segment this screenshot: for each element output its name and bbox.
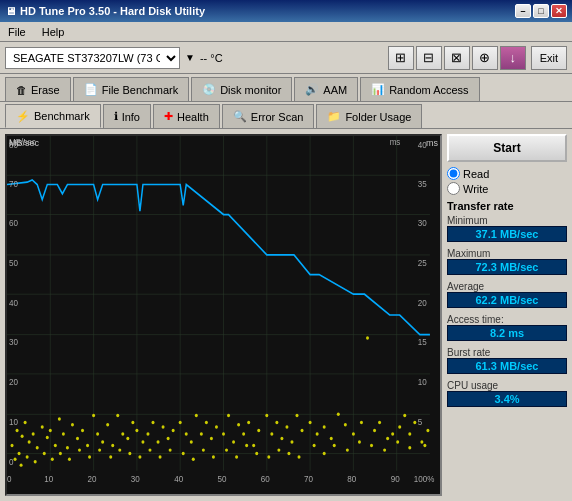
svg-point-37: [92, 414, 95, 417]
svg-point-28: [49, 429, 52, 432]
svg-text:90: 90: [391, 474, 400, 485]
svg-point-32: [66, 446, 69, 449]
right-panel: Start Read Write Transfer rate Minimum 3…: [447, 134, 567, 496]
tab-aam[interactable]: 🔊 AAM: [294, 77, 358, 101]
bottom-tab-bar: ⚡ Benchmark ℹ Info ✚ Health 🔍 Error Scan…: [0, 102, 572, 129]
svg-point-25: [36, 446, 39, 449]
tab-disk-monitor[interactable]: 💿 Disk monitor: [191, 77, 292, 101]
svg-point-125: [287, 452, 290, 455]
write-radio[interactable]: [447, 182, 460, 195]
svg-point-71: [270, 432, 273, 435]
tab-info[interactable]: ℹ Info: [103, 104, 151, 128]
svg-point-116: [192, 458, 195, 461]
svg-point-56: [190, 440, 193, 443]
transfer-rate-section: Transfer rate Minimum 37.1 MB/sec Maximu…: [447, 200, 567, 410]
svg-point-23: [28, 440, 31, 443]
svg-text:60: 60: [261, 474, 270, 485]
svg-point-119: [225, 448, 228, 451]
svg-point-61: [215, 425, 218, 428]
tab-health[interactable]: ✚ Health: [153, 104, 220, 128]
svg-point-102: [51, 458, 54, 461]
svg-point-47: [141, 440, 144, 443]
tab-benchmark[interactable]: ⚡ Benchmark: [5, 104, 101, 128]
chart-unit-left: MB/sec: [9, 138, 39, 148]
svg-point-112: [148, 448, 151, 451]
svg-point-122: [255, 452, 258, 455]
svg-point-97: [14, 458, 17, 461]
write-radio-label[interactable]: Write: [447, 182, 567, 195]
svg-point-76: [295, 414, 298, 417]
svg-point-65: [237, 423, 240, 426]
start-button[interactable]: Start: [447, 134, 567, 162]
svg-point-55: [185, 432, 188, 435]
tab-file-benchmark[interactable]: 📄 File Benchmark: [73, 77, 189, 101]
svg-point-89: [386, 437, 389, 440]
chart-area: MB/sec ms: [5, 134, 442, 496]
svg-point-78: [309, 421, 312, 424]
svg-text:50: 50: [9, 258, 18, 269]
svg-point-46: [135, 429, 138, 432]
toolbar-btn-5[interactable]: ↓: [500, 46, 526, 70]
disk-selector[interactable]: SEAGATE ST373207LW (73 GB): [5, 47, 180, 69]
svg-point-63: [227, 414, 230, 417]
svg-point-64: [232, 440, 235, 443]
svg-point-60: [210, 437, 213, 440]
menu-help[interactable]: Help: [39, 25, 68, 39]
average-block: Average 62.2 MB/sec: [447, 281, 567, 308]
svg-point-72: [275, 421, 278, 424]
svg-point-74: [285, 425, 288, 428]
svg-point-19: [16, 429, 19, 432]
average-value: 62.2 MB/sec: [447, 292, 567, 308]
svg-text:15: 15: [418, 336, 427, 347]
svg-point-42: [116, 414, 119, 417]
svg-point-136: [423, 444, 426, 447]
minimize-button[interactable]: –: [515, 4, 531, 18]
svg-point-100: [34, 460, 37, 463]
svg-point-54: [179, 421, 182, 424]
svg-point-95: [420, 440, 423, 443]
svg-point-106: [88, 455, 91, 458]
maximum-label: Maximum: [447, 248, 567, 259]
maximum-value: 72.3 MB/sec: [447, 259, 567, 275]
minimum-value: 37.1 MB/sec: [447, 226, 567, 242]
tab-erase[interactable]: 🗑 Erase: [5, 77, 71, 101]
aam-icon: 🔊: [305, 83, 319, 96]
burst-rate-label: Burst rate: [447, 347, 567, 358]
svg-point-96: [426, 429, 429, 432]
toolbar-btn-1[interactable]: ⊞: [388, 46, 414, 70]
svg-text:10: 10: [44, 474, 53, 485]
svg-point-101: [43, 452, 46, 455]
svg-point-70: [265, 414, 268, 417]
svg-text:35: 35: [418, 178, 427, 189]
menu-file[interactable]: File: [5, 25, 29, 39]
maximize-button[interactable]: □: [533, 4, 549, 18]
svg-point-131: [358, 440, 361, 443]
close-button[interactable]: ✕: [551, 4, 567, 18]
read-radio-label[interactable]: Read: [447, 167, 567, 180]
svg-point-130: [346, 448, 349, 451]
svg-point-21: [21, 435, 24, 438]
svg-point-86: [366, 336, 369, 339]
svg-point-30: [58, 417, 61, 420]
toolbar-btn-4[interactable]: ⊕: [472, 46, 498, 70]
main-content: MB/sec ms: [0, 129, 572, 501]
svg-point-124: [277, 448, 280, 451]
svg-point-113: [159, 455, 162, 458]
tab-folder-usage[interactable]: 📁 Folder Usage: [316, 104, 422, 128]
svg-point-134: [396, 440, 399, 443]
toolbar-btn-3[interactable]: ⊠: [444, 46, 470, 70]
read-radio[interactable]: [447, 167, 460, 180]
tab-error-scan[interactable]: 🔍 Error Scan: [222, 104, 315, 128]
app-icon: 🖥: [5, 5, 16, 17]
svg-point-40: [106, 423, 109, 426]
exit-button[interactable]: Exit: [531, 46, 567, 70]
svg-point-133: [383, 448, 386, 451]
svg-point-82: [337, 413, 340, 416]
svg-point-90: [391, 432, 394, 435]
toolbar-btn-2[interactable]: ⊟: [416, 46, 442, 70]
svg-point-98: [20, 463, 23, 466]
tab-random-access[interactable]: 📊 Random Access: [360, 77, 479, 101]
cpu-usage-value: 3.4%: [447, 391, 567, 407]
svg-point-107: [98, 448, 101, 451]
svg-point-24: [32, 432, 35, 435]
